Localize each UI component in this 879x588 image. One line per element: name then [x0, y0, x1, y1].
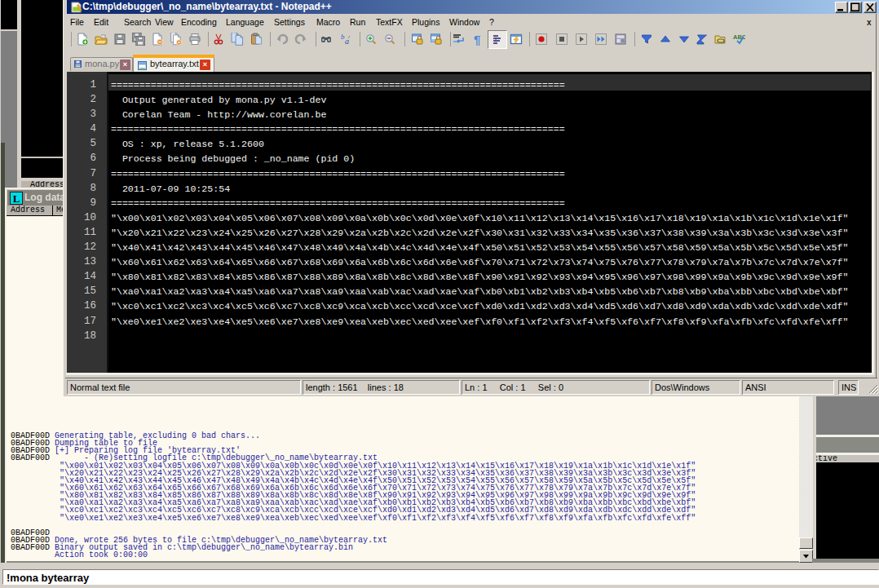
svg-text:¶: ¶ [474, 33, 480, 46]
